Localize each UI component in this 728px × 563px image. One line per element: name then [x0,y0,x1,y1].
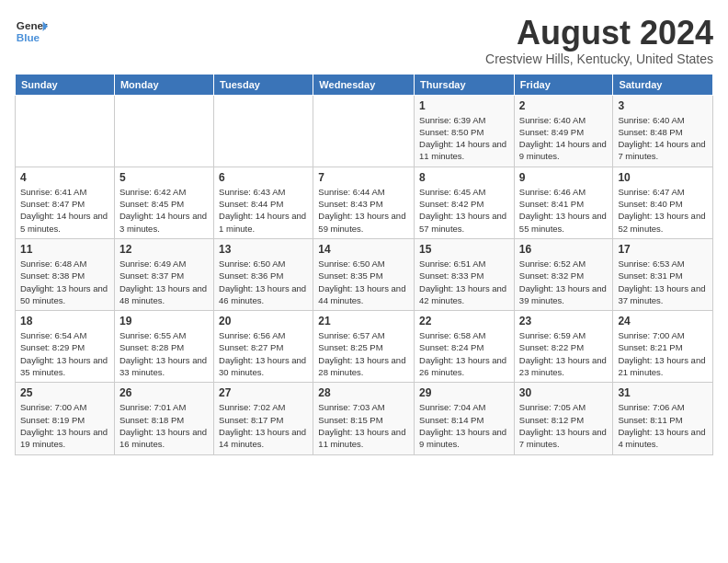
calendar-cell [313,95,415,167]
week-row-2: 11Sunrise: 6:48 AM Sunset: 8:38 PM Dayli… [16,238,713,310]
day-info: Sunrise: 6:49 AM Sunset: 8:37 PM Dayligh… [119,258,209,306]
month-title: August 2024 [485,15,713,52]
day-info: Sunrise: 7:05 AM Sunset: 8:12 PM Dayligh… [519,401,609,450]
day-number: 24 [618,315,708,327]
day-info: Sunrise: 6:46 AM Sunset: 8:41 PM Dayligh… [519,186,609,235]
calendar-cell [16,95,115,167]
day-number: 30 [519,386,609,399]
day-number: 9 [519,171,609,184]
day-number: 4 [20,171,109,184]
day-number: 27 [219,386,308,399]
calendar-cell: 15Sunrise: 6:51 AM Sunset: 8:33 PM Dayli… [415,238,515,310]
day-header-saturday: Saturday [613,74,713,95]
calendar-cell: 17Sunrise: 6:53 AM Sunset: 8:31 PM Dayli… [613,238,713,310]
calendar-cell: 23Sunrise: 6:59 AM Sunset: 8:22 PM Dayli… [514,311,613,383]
day-header-monday: Monday [114,74,213,95]
calendar-table: SundayMondayTuesdayWednesdayThursdayFrid… [15,74,713,455]
calendar-cell: 20Sunrise: 6:56 AM Sunset: 8:27 PM Dayli… [214,311,313,383]
day-info: Sunrise: 6:51 AM Sunset: 8:33 PM Dayligh… [419,258,509,306]
page-header: General Blue August 2024 Crestview Hills… [15,15,713,66]
day-info: Sunrise: 6:48 AM Sunset: 8:38 PM Dayligh… [20,258,109,306]
calendar-cell: 28Sunrise: 7:03 AM Sunset: 8:15 PM Dayli… [313,383,415,454]
day-info: Sunrise: 6:59 AM Sunset: 8:22 PM Dayligh… [519,329,609,378]
calendar-cell: 16Sunrise: 6:52 AM Sunset: 8:32 PM Dayli… [514,238,613,310]
day-number: 26 [119,386,209,399]
day-header-sunday: Sunday [16,74,115,95]
calendar-cell: 31Sunrise: 7:06 AM Sunset: 8:11 PM Dayli… [613,383,713,454]
calendar-cell: 7Sunrise: 6:44 AM Sunset: 8:43 PM Daylig… [313,167,415,238]
day-number: 14 [318,243,409,256]
calendar-cell: 18Sunrise: 6:54 AM Sunset: 8:29 PM Dayli… [16,311,115,383]
logo-icon: General Blue [15,15,48,48]
day-info: Sunrise: 7:00 AM Sunset: 8:21 PM Dayligh… [618,329,708,378]
day-info: Sunrise: 6:56 AM Sunset: 8:27 PM Dayligh… [219,329,308,378]
calendar-cell: 13Sunrise: 6:50 AM Sunset: 8:36 PM Dayli… [214,238,313,310]
calendar-cell: 11Sunrise: 6:48 AM Sunset: 8:38 PM Dayli… [16,238,115,310]
day-number: 31 [618,386,708,399]
calendar-cell: 12Sunrise: 6:49 AM Sunset: 8:37 PM Dayli… [114,238,213,310]
day-info: Sunrise: 7:04 AM Sunset: 8:14 PM Dayligh… [419,401,509,450]
day-info: Sunrise: 6:50 AM Sunset: 8:36 PM Dayligh… [219,258,308,306]
day-info: Sunrise: 7:01 AM Sunset: 8:18 PM Dayligh… [119,401,209,450]
calendar-cell: 8Sunrise: 6:45 AM Sunset: 8:42 PM Daylig… [415,167,515,238]
day-number: 11 [20,243,109,256]
day-number: 13 [219,243,308,256]
calendar-cell: 2Sunrise: 6:40 AM Sunset: 8:49 PM Daylig… [514,95,613,167]
day-info: Sunrise: 6:53 AM Sunset: 8:31 PM Dayligh… [618,258,708,306]
day-number: 17 [618,243,708,256]
title-block: August 2024 Crestview Hills, Kentucky, U… [485,15,713,66]
day-info: Sunrise: 7:06 AM Sunset: 8:11 PM Dayligh… [618,401,708,450]
day-info: Sunrise: 7:03 AM Sunset: 8:15 PM Dayligh… [318,401,409,450]
day-info: Sunrise: 6:42 AM Sunset: 8:45 PM Dayligh… [119,186,209,235]
day-number: 12 [119,243,209,256]
day-info: Sunrise: 6:41 AM Sunset: 8:47 PM Dayligh… [20,186,109,235]
calendar-cell: 27Sunrise: 7:02 AM Sunset: 8:17 PM Dayli… [214,383,313,454]
day-number: 15 [419,243,509,256]
day-info: Sunrise: 6:52 AM Sunset: 8:32 PM Dayligh… [519,258,609,306]
day-info: Sunrise: 6:54 AM Sunset: 8:29 PM Dayligh… [20,329,109,378]
svg-text:Blue: Blue [17,31,40,43]
day-number: 1 [419,99,509,112]
day-number: 20 [219,315,308,327]
header-row: SundayMondayTuesdayWednesdayThursdayFrid… [16,74,713,95]
day-info: Sunrise: 6:50 AM Sunset: 8:35 PM Dayligh… [318,258,409,306]
calendar-cell: 14Sunrise: 6:50 AM Sunset: 8:35 PM Dayli… [313,238,415,310]
day-info: Sunrise: 6:55 AM Sunset: 8:28 PM Dayligh… [119,329,209,378]
calendar-cell [114,95,213,167]
day-number: 2 [519,99,609,112]
day-info: Sunrise: 6:47 AM Sunset: 8:40 PM Dayligh… [618,186,708,235]
calendar-cell: 24Sunrise: 7:00 AM Sunset: 8:21 PM Dayli… [613,311,713,383]
week-row-4: 25Sunrise: 7:00 AM Sunset: 8:19 PM Dayli… [16,383,713,454]
calendar-cell: 9Sunrise: 6:46 AM Sunset: 8:41 PM Daylig… [514,167,613,238]
day-number: 28 [318,386,409,399]
calendar-cell: 29Sunrise: 7:04 AM Sunset: 8:14 PM Dayli… [415,383,515,454]
day-number: 5 [119,171,209,184]
day-header-friday: Friday [514,74,613,95]
logo: General Blue [15,15,48,48]
day-number: 29 [419,386,509,399]
day-number: 21 [318,315,409,327]
day-number: 16 [519,243,609,256]
calendar-cell: 1Sunrise: 6:39 AM Sunset: 8:50 PM Daylig… [415,95,515,167]
day-number: 22 [419,315,509,327]
week-row-0: 1Sunrise: 6:39 AM Sunset: 8:50 PM Daylig… [16,95,713,167]
week-row-1: 4Sunrise: 6:41 AM Sunset: 8:47 PM Daylig… [16,167,713,238]
day-number: 3 [618,99,708,112]
calendar-cell [214,95,313,167]
calendar-cell: 3Sunrise: 6:40 AM Sunset: 8:48 PM Daylig… [613,95,713,167]
day-info: Sunrise: 6:39 AM Sunset: 8:50 PM Dayligh… [419,114,509,163]
day-info: Sunrise: 7:00 AM Sunset: 8:19 PM Dayligh… [20,401,109,450]
calendar-cell: 5Sunrise: 6:42 AM Sunset: 8:45 PM Daylig… [114,167,213,238]
day-info: Sunrise: 6:40 AM Sunset: 8:49 PM Dayligh… [519,114,609,163]
calendar-cell: 6Sunrise: 6:43 AM Sunset: 8:44 PM Daylig… [214,167,313,238]
day-number: 7 [318,171,409,184]
day-info: Sunrise: 7:02 AM Sunset: 8:17 PM Dayligh… [219,401,308,450]
day-info: Sunrise: 6:58 AM Sunset: 8:24 PM Dayligh… [419,329,509,378]
calendar-cell: 25Sunrise: 7:00 AM Sunset: 8:19 PM Dayli… [16,383,115,454]
day-number: 25 [20,386,109,399]
location: Crestview Hills, Kentucky, United States [485,52,713,66]
day-number: 19 [119,315,209,327]
calendar-cell: 10Sunrise: 6:47 AM Sunset: 8:40 PM Dayli… [613,167,713,238]
calendar-cell: 22Sunrise: 6:58 AM Sunset: 8:24 PM Dayli… [415,311,515,383]
day-info: Sunrise: 6:40 AM Sunset: 8:48 PM Dayligh… [618,114,708,163]
